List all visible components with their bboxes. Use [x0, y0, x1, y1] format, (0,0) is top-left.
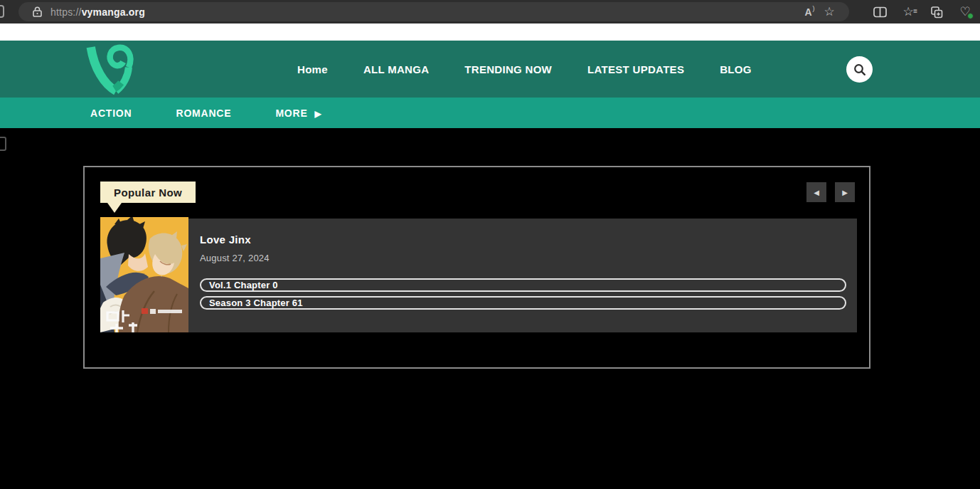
- prev-arrow-icon: ◀: [814, 189, 819, 196]
- split-screen-icon[interactable]: [869, 2, 890, 22]
- clipped-edge-glyph: [0, 137, 6, 151]
- genre-item-action[interactable]: ACTION: [90, 107, 132, 119]
- next-arrow-icon: ▶: [842, 189, 848, 196]
- popular-now-section: Popular Now ◀ ▶: [83, 166, 870, 369]
- genre-item-more[interactable]: MORE▶: [275, 107, 321, 119]
- main-content: Popular Now ◀ ▶: [0, 128, 980, 489]
- main-nav: Home ALL MANGA TRENDING NOW LATEST UPDAT…: [297, 41, 752, 98]
- manga-title[interactable]: Love Jinx: [200, 233, 846, 246]
- page-top-strip: [0, 23, 980, 41]
- badge-tail: [107, 203, 122, 213]
- nav-item-home[interactable]: Home: [297, 63, 328, 75]
- read-aloud-icon[interactable]: A): [799, 4, 819, 21]
- chapter-button-vol1-ch0[interactable]: Vol.1 Chapter 0: [200, 278, 846, 292]
- url-text[interactable]: https://vymanga.org: [50, 6, 145, 18]
- genre-item-romance[interactable]: ROMANCE: [176, 107, 231, 119]
- popular-now-label: Popular Now: [114, 186, 182, 199]
- chapter-button-s3-ch61[interactable]: Season 3 Chapter 61: [200, 296, 846, 310]
- site-header: Home ALL MANGA TRENDING NOW LATEST UPDAT…: [0, 41, 980, 98]
- clipped-toolbar-icon: [0, 5, 4, 18]
- manga-cover-image[interactable]: [100, 217, 188, 332]
- search-button[interactable]: [846, 56, 873, 83]
- chapter-list: Vol.1 Chapter 0 Season 3 Chapter 61: [200, 278, 846, 310]
- carousel-prev-button[interactable]: ◀: [806, 182, 826, 202]
- nav-item-trending-now[interactable]: TRENDING NOW: [464, 63, 552, 75]
- manga-card-body: Love Jinx August 27, 2024 Vol.1 Chapter …: [188, 219, 857, 332]
- carousel-nav: ◀ ▶: [806, 182, 855, 202]
- collections-icon[interactable]: [926, 2, 947, 22]
- lock-icon: [33, 6, 42, 17]
- address-bar[interactable]: https://vymanga.org A) ☆: [18, 2, 849, 21]
- more-arrow-icon: ▶: [315, 109, 322, 119]
- carousel-next-button[interactable]: ▶: [835, 182, 855, 202]
- screen: https://vymanga.org A) ☆ ☆ ≡: [0, 0, 980, 489]
- genre-bar: ACTION ROMANCE MORE▶: [0, 98, 980, 128]
- browser-toolbar: https://vymanga.org A) ☆ ☆ ≡: [0, 0, 980, 23]
- url-domain: vymanga.org: [82, 6, 145, 18]
- favorite-star-icon[interactable]: ☆: [819, 4, 839, 21]
- nav-item-latest-updates[interactable]: LATEST UPDATES: [587, 63, 684, 75]
- essentials-status-dot: [967, 13, 974, 19]
- nav-item-blog[interactable]: BLOG: [720, 63, 752, 75]
- nav-item-all-manga[interactable]: ALL MANGA: [363, 63, 429, 75]
- popular-now-badge: Popular Now: [100, 182, 196, 203]
- url-scheme: https://: [50, 6, 82, 18]
- manga-date: August 27, 2024: [200, 253, 846, 263]
- search-icon: [853, 63, 867, 77]
- toolbar-buttons: ☆ ≡ ♡: [861, 0, 980, 23]
- manga-card: Love Jinx August 27, 2024 Vol.1 Chapter …: [100, 217, 857, 332]
- vymanga-logo[interactable]: [84, 43, 139, 95]
- favorites-bar-icon[interactable]: ☆ ≡: [898, 2, 919, 22]
- browser-essentials-icon[interactable]: ♡: [954, 2, 976, 22]
